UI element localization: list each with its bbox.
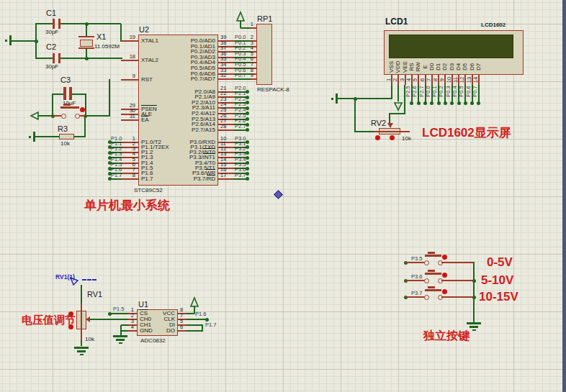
pin-wire (251, 27, 256, 29)
net-label: P0.5 (459, 86, 465, 96)
ground-icon (74, 347, 89, 349)
pin-name: D7 (476, 63, 482, 70)
pin-wire (81, 304, 82, 311)
wire (52, 94, 63, 95)
button-plunger (425, 289, 441, 291)
wire (72, 94, 86, 95)
pin-wire (400, 131, 410, 132)
junction-dot (444, 101, 447, 105)
pin-number: 1 (243, 22, 253, 27)
component-value: STC89C52 (134, 188, 163, 193)
pin-number: 31 (118, 114, 135, 119)
power-arrow-up-icon (235, 11, 246, 22)
voltage-probe-icon[interactable] (69, 276, 79, 286)
pin-wire (178, 330, 187, 332)
junction-dot (410, 101, 413, 105)
junction-dot (417, 101, 421, 105)
label-lcd1602-display: LCD1602显示屏 (422, 127, 511, 139)
button-plunger (63, 104, 71, 106)
pin-name: P0.7/AD7 (153, 76, 215, 82)
canvas-right-edge (562, 0, 566, 392)
wire (391, 85, 392, 99)
pin-wire (218, 78, 234, 80)
pin-number: 12 (460, 77, 466, 83)
pin-wire (405, 296, 425, 298)
component-value: 10k (402, 136, 411, 142)
resistor-pack-rp1-body[interactable] (256, 24, 272, 85)
net-label: P1.6 (195, 311, 206, 317)
pin-wire (441, 262, 474, 263)
junction-dot (205, 318, 209, 322)
key-button-actuator[interactable] (442, 289, 447, 294)
button-plunger (428, 252, 435, 254)
pin-name-text: P0.7/AD7 (191, 76, 215, 82)
wire (35, 23, 37, 59)
wire (473, 262, 475, 322)
pin-wire (121, 119, 138, 121)
junction-dot (437, 101, 441, 105)
pin-wire (218, 129, 234, 131)
key-button-actuator[interactable] (442, 255, 447, 260)
pin-name: D2 (442, 63, 448, 70)
component-ref: RP1 (257, 15, 272, 23)
rv2-increase-dot[interactable] (390, 135, 395, 140)
pin-name: D6 (470, 63, 475, 70)
wire (187, 330, 203, 332)
ground-icon (113, 335, 127, 337)
net-label: P2.6 (412, 86, 418, 96)
component-ref: R3 (58, 125, 68, 133)
rv2-decrease-dot[interactable] (375, 135, 380, 140)
label-mcu-minimal-system: 单片机最小系统 (84, 199, 170, 211)
junction-dot (477, 101, 480, 105)
net-label: P1.7 (111, 173, 122, 178)
ground-icon (116, 339, 125, 341)
net-label: P2.5 (405, 86, 411, 96)
pin-number: 6 (180, 324, 183, 330)
pin-name: RW (415, 62, 421, 71)
wire (109, 79, 110, 117)
pin-name: P1.7 (141, 176, 153, 182)
crystal-plate (78, 36, 94, 37)
power-arrow-down-icon (393, 101, 403, 111)
reset-button-actuator[interactable] (80, 107, 85, 112)
junction-dot (430, 101, 434, 105)
rv1-increase-dot[interactable] (68, 311, 73, 316)
net-label: P0.4 (452, 86, 458, 96)
pot-track (81, 311, 82, 329)
pin-name-overline: RD (207, 176, 215, 182)
pin-name-text: DO (166, 327, 175, 334)
pin-number: 19 (118, 35, 135, 40)
wire (354, 131, 374, 132)
pin-number: 2 (393, 78, 399, 81)
pin-wire (81, 329, 82, 340)
wire (338, 98, 392, 99)
capacitor-plate (53, 19, 55, 29)
pin-wire (121, 178, 138, 180)
button-plunger (425, 255, 441, 257)
wire (85, 95, 86, 117)
pin-name: D3 (449, 63, 455, 70)
pin-wire (441, 296, 474, 298)
resistor-r3-body[interactable] (59, 134, 74, 140)
schematic-canvas[interactable]: 单片机最小系统 LCD1602显示屏 电压值调节 独立按键 C130pFC230… (0, 0, 566, 392)
pin-number: 10 (446, 77, 452, 83)
net-label: P1.5 (113, 306, 124, 312)
pin-name-text: P1.7 (141, 176, 153, 182)
pin-name-text: P3.7/ (194, 176, 207, 182)
power-bar-icon (336, 94, 338, 104)
key-button-actuator[interactable] (442, 273, 447, 278)
junction-dot (108, 312, 112, 316)
pin-wire (441, 280, 474, 281)
rv2-wiper-icon (386, 122, 395, 129)
pin-number: 13 (467, 77, 472, 83)
wire (86, 115, 110, 117)
pin-number: 5 (413, 78, 418, 81)
pin-name: P3.7/RD (153, 176, 215, 182)
crystal-x1-body[interactable] (80, 40, 93, 47)
pin-number: 4 (406, 78, 412, 81)
button-contact (424, 260, 429, 265)
net-label: P0.0 (426, 86, 431, 96)
pin-name: D1 (436, 63, 441, 70)
wire (397, 85, 399, 101)
rv1-decrease-dot[interactable] (68, 324, 73, 329)
